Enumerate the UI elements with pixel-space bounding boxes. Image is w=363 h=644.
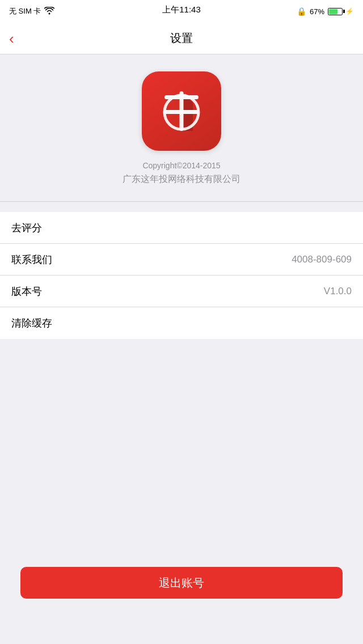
settings-item-cache[interactable]: 清除缓存: [0, 307, 363, 339]
nav-bar: ‹ 设置: [0, 23, 363, 54]
settings-label-rate: 去评分: [11, 221, 42, 235]
logout-section: 退出账号: [0, 567, 363, 599]
no-sim-text: 无 SIM 卡: [9, 6, 41, 16]
settings-label-cache: 清除缓存: [11, 316, 52, 330]
settings-value-contact: 4008-809-609: [292, 254, 352, 265]
settings-label-contact: 联系我们: [11, 253, 52, 266]
logout-button[interactable]: 退出账号: [20, 567, 343, 599]
settings-list: 去评分 联系我们 4008-809-609 版本号 V1.0.0 清除缓存: [0, 212, 363, 339]
charging-icon: ⚡: [345, 7, 354, 15]
settings-item-version[interactable]: 版本号 V1.0.0: [0, 276, 363, 307]
nav-title: 设置: [170, 31, 193, 46]
app-info-section: Copyright©2014-2015 广东这年投网络科技有限公司: [0, 54, 363, 202]
app-icon: [142, 71, 221, 151]
app-company: 广东这年投网络科技有限公司: [123, 173, 240, 185]
status-left: 无 SIM 卡: [9, 6, 54, 16]
settings-value-version: V1.0.0: [324, 286, 352, 297]
status-time: 上午11:43: [162, 5, 201, 15]
status-right: 🔒 67% ⚡: [297, 7, 354, 16]
status-bar: 无 SIM 卡 上午11:43 🔒 67% ⚡: [0, 0, 363, 23]
app-copyright: Copyright©2014-2015: [142, 161, 220, 170]
svg-rect-3: [164, 110, 199, 114]
battery-percent: 67%: [310, 7, 324, 16]
settings-item-contact[interactable]: 联系我们 4008-809-609: [0, 244, 363, 276]
back-button[interactable]: ‹: [9, 31, 14, 46]
wifi-icon: [44, 7, 54, 16]
settings-label-version: 版本号: [11, 285, 42, 298]
lock-icon: 🔒: [297, 7, 306, 16]
settings-item-rate[interactable]: 去评分: [0, 212, 363, 244]
battery-icon: ⚡: [328, 7, 354, 15]
